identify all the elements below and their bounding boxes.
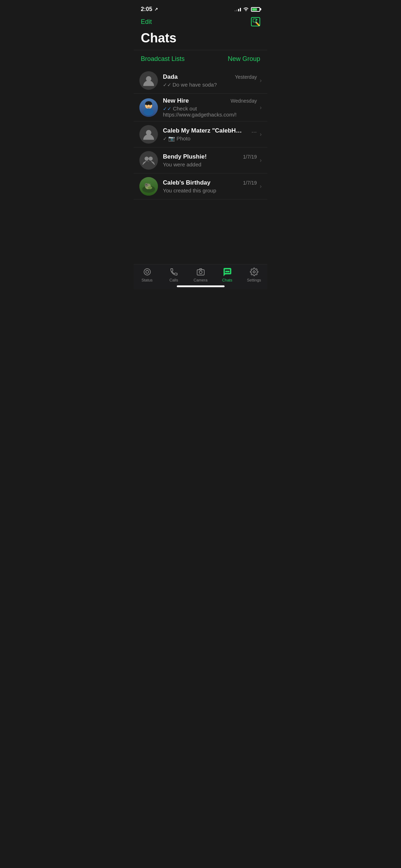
- chat-time: 1/7/19: [243, 154, 257, 160]
- page-title: Chats: [134, 29, 267, 50]
- chat-time: 1/7/19: [243, 180, 257, 186]
- status-time: 2:05 ↗: [141, 6, 158, 12]
- chat-time: Wednesday: [231, 98, 257, 104]
- chevron-right-icon: ›: [260, 157, 262, 164]
- tab-chats[interactable]: Chats: [214, 267, 241, 282]
- chat-item-newhire[interactable]: New Hire Wednesday ✓✓ Check out https://…: [134, 94, 267, 122]
- compose-button[interactable]: [251, 17, 260, 26]
- chat-content: Bendy Plushie! 1/7/19 You were added: [163, 153, 257, 167]
- chat-content: New Hire Wednesday ✓✓ Check out https://…: [163, 97, 257, 118]
- tab-calls-label: Calls: [169, 278, 178, 282]
- avatar: [139, 125, 158, 144]
- chevron-right-icon: ›: [260, 77, 262, 84]
- battery-icon: [251, 7, 260, 12]
- chat-content: Caleb's Birthday 1/7/19 You created this…: [163, 179, 257, 193]
- svg-point-16: [146, 184, 146, 185]
- check-marks: ✓: [163, 136, 167, 141]
- chat-item-bendy[interactable]: Bendy Plushie! 1/7/19 You were added ›: [134, 148, 267, 174]
- svg-point-18: [146, 270, 149, 273]
- edit-button[interactable]: Edit: [141, 18, 152, 26]
- broadcast-lists-button[interactable]: Broadcast Lists: [141, 55, 185, 63]
- chat-preview: You were added: [163, 161, 257, 167]
- header: Edit: [134, 16, 267, 29]
- chat-name: Caleb My Materz "CalebHead": [163, 127, 245, 134]
- chat-item-dada[interactable]: Dada Yesterday ✓✓ Do we have soda? ›: [134, 68, 267, 94]
- check-marks: ✓✓: [163, 82, 171, 88]
- chat-name: Bendy Plushie!: [163, 153, 207, 160]
- chevron-right-icon: ›: [260, 183, 262, 190]
- status-icon: [143, 267, 152, 277]
- avatar: [139, 71, 158, 90]
- tab-camera-label: Camera: [194, 278, 207, 282]
- svg-point-22: [227, 271, 228, 272]
- svg-point-9: [145, 157, 149, 161]
- calls-icon: [169, 267, 179, 277]
- camera-icon: [196, 267, 205, 277]
- svg-point-10: [149, 157, 153, 161]
- svg-point-21: [226, 271, 227, 272]
- avatar: [139, 151, 158, 170]
- chevron-right-icon: ›: [260, 131, 262, 138]
- broadcast-row: Broadcast Lists New Group: [134, 50, 267, 68]
- new-group-button[interactable]: New Group: [228, 55, 260, 63]
- tab-settings-label: Settings: [247, 278, 261, 282]
- ellipsis: …: [251, 128, 257, 134]
- chat-name: New Hire: [163, 97, 189, 104]
- chat-time: Yesterday: [235, 74, 257, 80]
- check-marks: ✓✓: [163, 106, 173, 112]
- home-indicator: [177, 285, 225, 287]
- chat-preview: ✓✓ Check out https://www.gadgethacks.com…: [163, 105, 257, 118]
- svg-point-5: [144, 108, 154, 115]
- chat-name: Dada: [163, 73, 178, 81]
- wifi-icon: [243, 6, 249, 12]
- status-bar: 2:05 ↗: [134, 0, 267, 16]
- chat-name: Caleb's Birthday: [163, 179, 210, 186]
- svg-point-20: [199, 271, 202, 274]
- svg-point-24: [253, 271, 255, 273]
- svg-point-14: [148, 186, 152, 189]
- chat-preview: ✓ 📷 Photo: [163, 135, 257, 142]
- tab-camera[interactable]: Camera: [187, 267, 214, 282]
- chevron-right-icon: ›: [260, 104, 262, 111]
- svg-point-23: [228, 271, 229, 272]
- chats-icon: [223, 267, 232, 277]
- tab-settings[interactable]: Settings: [241, 267, 267, 282]
- chat-list: Dada Yesterday ✓✓ Do we have soda? ›: [134, 68, 267, 200]
- tab-calls[interactable]: Calls: [160, 267, 187, 282]
- avatar: [139, 98, 158, 117]
- status-icons: [235, 6, 260, 12]
- tab-status-label: Status: [142, 278, 153, 282]
- svg-point-17: [144, 269, 150, 275]
- chat-content: Dada Yesterday ✓✓ Do we have soda?: [163, 73, 257, 88]
- tab-status[interactable]: Status: [134, 267, 160, 282]
- chat-item-birthday[interactable]: Caleb's Birthday 1/7/19 You created this…: [134, 174, 267, 200]
- chat-preview: ✓✓ Do we have soda?: [163, 82, 257, 88]
- chat-content: Caleb My Materz "CalebHead" … ✓ 📷 Photo: [163, 127, 257, 142]
- chat-item-caleb-materz[interactable]: Caleb My Materz "CalebHead" … ✓ 📷 Photo …: [134, 122, 267, 148]
- tab-chats-label: Chats: [222, 278, 232, 282]
- settings-icon: [250, 267, 259, 277]
- avatar: [139, 177, 158, 196]
- signal-icon: [235, 7, 241, 11]
- svg-point-15: [145, 183, 148, 187]
- chat-preview: You created this group: [163, 187, 257, 193]
